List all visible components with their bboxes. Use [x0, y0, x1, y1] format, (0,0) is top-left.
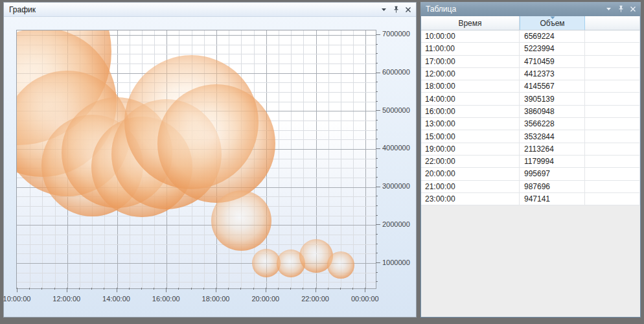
- cell-time: 13:00:00: [421, 118, 520, 130]
- cell-time: 17:00:00: [421, 56, 520, 67]
- x-tick: [278, 288, 279, 290]
- cell-time: 20:00:00: [421, 168, 520, 179]
- x-tick: [17, 288, 17, 292]
- cell-volume: 987696: [520, 181, 585, 192]
- y-tick: [376, 281, 378, 282]
- x-tick: [303, 288, 303, 290]
- bubble-point-23:00:00[interactable]: [327, 251, 354, 279]
- y-tick-label: 1000000: [382, 259, 410, 266]
- y-tick: [376, 110, 380, 111]
- gridline-vertical: [341, 30, 341, 288]
- y-tick: [376, 205, 378, 206]
- x-tick: [54, 288, 55, 290]
- x-tick: [266, 288, 266, 292]
- table-row[interactable]: 10:00:006569224: [421, 30, 640, 43]
- table-row[interactable]: 17:00:004710459: [421, 56, 640, 68]
- cell-empty: [585, 30, 640, 42]
- cell-volume: 4145567: [520, 80, 585, 92]
- bubble-chart-plot-area: [16, 30, 376, 289]
- table-row[interactable]: 14:00:003905139: [421, 93, 640, 105]
- cell-volume: 1179994: [520, 156, 585, 167]
- y-tick: [376, 120, 378, 121]
- y-tick: [376, 224, 380, 225]
- gridline-horizontal: [17, 225, 376, 226]
- table-row[interactable]: 19:00:002113264: [421, 143, 640, 156]
- x-tick: [216, 288, 216, 292]
- chevron-down-icon[interactable]: [603, 4, 614, 14]
- chevron-down-icon[interactable]: [378, 5, 389, 15]
- table-row[interactable]: 22:00:001179994: [421, 156, 640, 168]
- table-row[interactable]: 23:00:00947141: [421, 193, 640, 205]
- column-header-label: Объем: [540, 19, 564, 28]
- y-tick: [376, 177, 378, 178]
- cell-empty: [585, 130, 640, 142]
- column-header-Время[interactable]: Время: [421, 16, 520, 30]
- x-tick: [178, 288, 179, 290]
- cell-empty: [585, 181, 640, 192]
- y-tick: [376, 63, 378, 64]
- y-axis-ticks: [375, 30, 381, 288]
- table-row[interactable]: 12:00:004412373: [421, 68, 640, 80]
- table-row[interactable]: 18:00:004145567: [421, 80, 640, 93]
- column-header-empty[interactable]: [585, 16, 640, 30]
- cell-time: 19:00:00: [421, 143, 520, 155]
- y-tick: [376, 167, 378, 168]
- table-row[interactable]: 16:00:003860948: [421, 106, 640, 118]
- table-panel-titlebar[interactable]: Таблица: [420, 2, 641, 16]
- grid-rows: 10:00:00656922411:00:00522399417:00:0047…: [421, 30, 640, 205]
- cell-volume: 2113264: [520, 143, 585, 155]
- x-tick-label: 20:00:00: [241, 295, 290, 303]
- y-tick: [376, 272, 378, 273]
- x-tick: [228, 288, 229, 290]
- y-tick: [376, 148, 380, 149]
- cell-time: 12:00:00: [421, 68, 520, 80]
- y-tick-label: 5000000: [382, 106, 410, 114]
- cell-empty: [585, 193, 640, 205]
- x-tick: [67, 288, 67, 292]
- chart-panel-titlebar[interactable]: График: [4, 3, 416, 17]
- y-tick: [376, 215, 378, 216]
- table-panel: Таблица ВремяОбъем 10:00:00656922411:00:…: [420, 2, 641, 318]
- table-row[interactable]: 20:00:00995697: [421, 168, 640, 180]
- close-icon[interactable]: [628, 4, 638, 14]
- x-tick-label: 14:00:00: [92, 295, 141, 303]
- x-axis-labels: 10:00:0012:00:0014:00:0016:00:0018:00:00…: [16, 295, 389, 304]
- bubble-point-18:00:00[interactable]: [157, 84, 275, 202]
- y-tick: [376, 262, 380, 263]
- x-tick: [191, 288, 192, 290]
- y-tick-label: 2000000: [382, 220, 410, 228]
- x-tick-label: 00:00:00: [340, 295, 389, 303]
- y-tick: [376, 130, 378, 130]
- x-tick: [240, 288, 241, 290]
- gridline-horizontal: [17, 235, 376, 235]
- table-row[interactable]: 11:00:005223994: [421, 43, 640, 55]
- cell-time: 16:00:00: [421, 106, 520, 117]
- column-header-Объем[interactable]: Объем: [520, 16, 585, 30]
- x-tick: [104, 288, 104, 290]
- cell-empty: [585, 118, 640, 130]
- y-tick: [376, 244, 378, 244]
- table-row[interactable]: 13:00:003566228: [421, 118, 640, 130]
- cell-time: 15:00:00: [421, 130, 520, 142]
- y-tick: [376, 82, 378, 82]
- x-tick-label: 18:00:00: [191, 295, 240, 303]
- x-tick-label: 16:00:00: [141, 295, 190, 303]
- cell-volume: 3532844: [520, 130, 585, 142]
- gridline-vertical: [353, 30, 354, 288]
- chart-panel: График 10:00:0012:00:0014:00:0016:00:001…: [3, 2, 417, 318]
- cell-empty: [585, 68, 640, 80]
- gridline-horizontal: [17, 216, 376, 216]
- data-grid: ВремяОбъем 10:00:00656922411:00:00522399…: [420, 16, 641, 318]
- pin-icon[interactable]: [615, 4, 626, 14]
- cell-volume: 4412373: [520, 68, 585, 80]
- bubble-point-20:00:00[interactable]: [252, 249, 281, 277]
- x-tick: [290, 288, 291, 290]
- table-row[interactable]: 15:00:003532844: [421, 130, 640, 143]
- close-icon[interactable]: [403, 5, 413, 15]
- table-row[interactable]: 21:00:00987696: [421, 181, 640, 193]
- y-tick-label: 6000000: [382, 68, 410, 76]
- bubble-point-19:00:00[interactable]: [211, 191, 271, 251]
- cell-empty: [585, 156, 640, 167]
- pin-icon[interactable]: [391, 5, 401, 15]
- cell-volume: 4710459: [520, 56, 585, 67]
